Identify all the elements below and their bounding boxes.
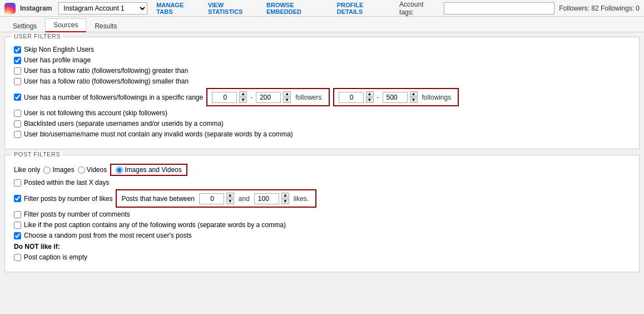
tabs-row: Settings Sources Results — [0, 17, 644, 32]
posted-within-row: Posted within the last X days — [14, 179, 630, 187]
likes-from-input[interactable] — [199, 193, 224, 204]
followings-to-down[interactable]: ▼ — [410, 97, 418, 103]
post-caption-empty-label[interactable]: Post caption is empty — [14, 253, 87, 261]
follow-ratio-greater-label[interactable]: User has a follow ratio (followers/follo… — [14, 67, 188, 75]
random-post-row: Choose a random post from the most recen… — [14, 232, 630, 239]
filter-by-comments-checkbox[interactable] — [14, 211, 21, 218]
filter-by-likes-row: Filter posts by number of likes Posts th… — [14, 189, 630, 208]
account-tags-label: Account tags: — [399, 1, 439, 16]
filter-by-likes-checkbox[interactable] — [14, 195, 21, 202]
bio-words-text: User bio/username/name must not contain … — [24, 130, 293, 138]
follow-ratio-smaller-row: User has a follow ratio (followers/follo… — [14, 77, 630, 85]
likes-from-arrows: ▲ ▼ — [226, 193, 234, 204]
account-select-group: Instagram Account 1 — [58, 2, 147, 14]
like-only-label: Like only — [14, 166, 40, 174]
followers-to-down[interactable]: ▼ — [283, 97, 291, 103]
skip-non-english-checkbox[interactable] — [14, 46, 21, 53]
followings-dash: - — [377, 94, 379, 101]
posted-within-text: Posted within the last X days — [24, 179, 109, 187]
filter-by-comments-row: Filter posts by number of comments — [14, 210, 630, 218]
app-name: Instagram — [20, 4, 52, 12]
radio-videos-text: Videos — [87, 166, 107, 174]
followings-label: followings — [422, 94, 452, 101]
followers-dash: - — [250, 94, 252, 101]
do-not-like-heading: Do NOT like if: — [14, 243, 630, 251]
post-filters-title: POST FILTERS — [12, 151, 62, 158]
profile-details-link[interactable]: PROFILE DETAILS — [337, 2, 390, 15]
likes-to-input[interactable] — [254, 193, 279, 204]
view-statistics-link[interactable]: VIEW STATISTICS — [208, 2, 260, 15]
likes-to-up[interactable]: ▲ — [281, 193, 289, 198]
likes-to-down[interactable]: ▼ — [281, 199, 289, 204]
followers-from-up[interactable]: ▲ — [239, 91, 247, 97]
not-following-checkbox[interactable] — [14, 110, 21, 117]
bio-words-label[interactable]: User bio/username/name must not contain … — [14, 130, 293, 138]
app-logo — [4, 3, 16, 14]
followings-from-up[interactable]: ▲ — [366, 91, 374, 97]
blacklisted-text: Blacklisted users (separate usernames an… — [24, 120, 224, 127]
followers-label: followers — [295, 94, 321, 101]
between-label: Posts that have between — [121, 195, 194, 203]
likes-from-down[interactable]: ▼ — [226, 199, 234, 204]
top-bar: Instagram Instagram Account 1 MANAGE TAB… — [0, 0, 644, 17]
likes-spin-group: Posts that have between ▲ ▼ and ▲ ▼ like… — [116, 189, 316, 208]
radio-images-text: Images — [52, 166, 74, 174]
nav-links: MANAGE TABS VIEW STATISTICS BROWSE EMBED… — [156, 2, 390, 15]
followings-from-down[interactable]: ▼ — [366, 97, 374, 103]
blacklisted-checkbox[interactable] — [14, 120, 21, 127]
posted-within-label[interactable]: Posted within the last X days — [14, 179, 109, 187]
not-following-label[interactable]: User is not following this account (skip… — [14, 109, 167, 117]
radio-images-label[interactable]: Images — [43, 166, 74, 174]
radio-videos-label[interactable]: Videos — [78, 166, 107, 174]
tab-results[interactable]: Results — [86, 19, 125, 32]
followers-to-arrows: ▲ ▼ — [283, 91, 291, 103]
radio-images-videos-highlighted: Images and Videos — [110, 164, 187, 176]
like-if-caption-checkbox[interactable] — [14, 222, 21, 229]
followers-from-arrows: ▲ ▼ — [239, 91, 247, 103]
has-profile-image-checkbox[interactable] — [14, 57, 21, 64]
tab-sources[interactable]: Sources — [45, 18, 86, 32]
post-caption-empty-row: Post caption is empty — [14, 253, 630, 261]
random-post-text: Choose a random post from the most recen… — [24, 232, 192, 239]
has-profile-image-label[interactable]: User has profile image — [14, 56, 91, 64]
posted-within-checkbox[interactable] — [14, 179, 21, 187]
filter-by-likes-label[interactable]: Filter posts by number of likes — [14, 195, 112, 203]
random-post-label[interactable]: Choose a random post from the most recen… — [14, 232, 192, 239]
likes-from-up[interactable]: ▲ — [226, 193, 234, 198]
account-tags-input[interactable] — [444, 2, 554, 14]
radio-images-videos-label[interactable]: Images and Videos — [116, 166, 182, 174]
browse-embedded-link[interactable]: BROWSE EMBEDDED — [266, 2, 330, 15]
followers-to-input[interactable] — [256, 92, 281, 103]
followers-range-row: User has a number of followers/following… — [14, 88, 630, 106]
skip-non-english-row: Skip Non English Users — [14, 46, 630, 53]
bio-words-checkbox[interactable] — [14, 131, 21, 138]
radio-videos[interactable] — [78, 166, 85, 174]
follow-ratio-smaller-label[interactable]: User has a follow ratio (followers/follo… — [14, 77, 189, 85]
not-following-text: User is not following this account (skip… — [24, 109, 167, 117]
blacklisted-label[interactable]: Blacklisted users (separate usernames an… — [14, 120, 224, 127]
follow-ratio-greater-checkbox[interactable] — [14, 67, 21, 75]
followers-range-label[interactable]: User has a number of followers/following… — [14, 94, 203, 101]
skip-non-english-label[interactable]: Skip Non English Users — [14, 46, 94, 53]
followings-to-arrows: ▲ ▼ — [410, 91, 418, 103]
filter-by-comments-label[interactable]: Filter posts by number of comments — [14, 210, 130, 218]
account-dropdown[interactable]: Instagram Account 1 — [58, 2, 147, 14]
followers-to-up[interactable]: ▲ — [283, 91, 291, 97]
followers-from-input[interactable] — [212, 92, 237, 103]
tab-settings[interactable]: Settings — [4, 19, 45, 32]
followings-to-up[interactable]: ▲ — [410, 91, 418, 97]
follow-ratio-smaller-text: User has a follow ratio (followers/follo… — [24, 77, 189, 85]
followings-to-input[interactable] — [383, 92, 408, 103]
followers-from-down[interactable]: ▼ — [239, 97, 247, 103]
radio-images-videos[interactable] — [116, 166, 123, 174]
radio-images-videos-text: Images and Videos — [125, 166, 182, 174]
random-post-checkbox[interactable] — [14, 232, 21, 239]
like-if-caption-label[interactable]: Like if the post caption contains any of… — [14, 221, 286, 229]
followings-from-input[interactable] — [339, 92, 364, 103]
radio-images[interactable] — [43, 166, 51, 174]
post-caption-empty-checkbox[interactable] — [14, 254, 21, 261]
manage-tabs-link[interactable]: MANAGE TABS — [156, 2, 201, 15]
user-filters-section: USER FILTERS Skip Non English Users User… — [4, 37, 640, 149]
follow-ratio-smaller-checkbox[interactable] — [14, 78, 21, 85]
followers-range-checkbox[interactable] — [14, 94, 21, 101]
